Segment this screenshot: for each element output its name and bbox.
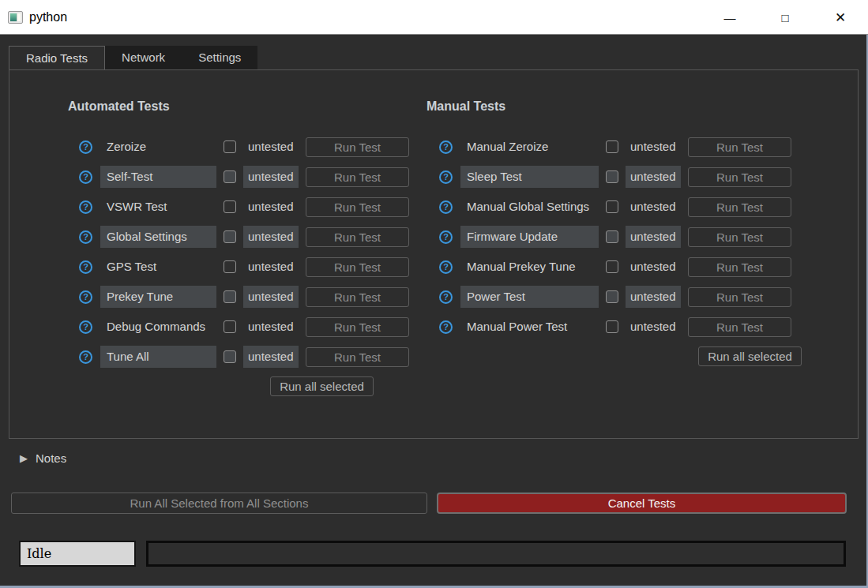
- expander-arrow-icon: ▶: [20, 452, 28, 464]
- test-row: ?Self-TestuntestedRun Test: [79, 162, 409, 192]
- radio-tests-panel: Automated Tests ?ZeroizeuntestedRun Test…: [9, 69, 859, 439]
- test-name-label: Prekey Tune: [100, 286, 216, 308]
- help-icon[interactable]: ?: [79, 320, 92, 334]
- test-name-label: Global Settings: [100, 226, 216, 248]
- help-icon[interactable]: ?: [439, 170, 453, 184]
- run-test-button[interactable]: Run Test: [306, 287, 409, 307]
- run-test-button[interactable]: Run Test: [306, 167, 409, 187]
- test-checkbox[interactable]: [606, 200, 618, 213]
- run-test-button[interactable]: Run Test: [306, 197, 409, 217]
- test-checkbox[interactable]: [224, 170, 236, 183]
- status-label: Idle: [19, 541, 136, 567]
- test-row: ?Global SettingsuntestedRun Test: [79, 222, 409, 252]
- close-button[interactable]: ✕: [813, 0, 868, 35]
- tab-network[interactable]: Network: [105, 46, 182, 69]
- test-checkbox[interactable]: [224, 320, 236, 333]
- test-status-label: untested: [243, 166, 299, 188]
- help-icon[interactable]: ?: [79, 290, 92, 304]
- title-bar: python — □ ✕: [0, 0, 868, 35]
- test-name-label: Sleep Test: [460, 166, 599, 188]
- section-title: Automated Tests: [68, 99, 409, 114]
- test-checkbox[interactable]: [224, 200, 236, 213]
- test-rows: ?ZeroizeuntestedRun Test?Self-Testuntest…: [79, 132, 409, 372]
- maximize-button[interactable]: □: [757, 0, 813, 35]
- app-window: python — □ ✕ Radio Tests Network Setting…: [0, 0, 868, 588]
- test-name-label: Manual Global Settings: [460, 196, 599, 218]
- test-row: ?Manual Global SettingsuntestedRun Test: [439, 192, 791, 222]
- run-test-button[interactable]: Run Test: [688, 287, 791, 307]
- test-name-label: Debug Commands: [100, 316, 216, 338]
- help-icon[interactable]: ?: [79, 200, 92, 214]
- help-icon[interactable]: ?: [439, 260, 453, 274]
- window-title: python: [29, 10, 67, 24]
- test-name-label: GPS Test: [100, 256, 216, 278]
- test-checkbox[interactable]: [224, 140, 236, 153]
- run-test-button[interactable]: Run Test: [306, 257, 409, 277]
- test-status-label: untested: [243, 346, 299, 368]
- help-icon[interactable]: ?: [79, 140, 92, 154]
- test-checkbox[interactable]: [606, 170, 618, 183]
- test-status-label: untested: [626, 286, 681, 308]
- test-status-label: untested: [626, 226, 681, 248]
- test-status-label: untested: [243, 226, 299, 248]
- test-row: ?GPS TestuntestedRun Test: [79, 252, 409, 282]
- tab-radio-tests[interactable]: Radio Tests: [9, 46, 105, 69]
- window-controls: — □ ✕: [702, 0, 868, 35]
- test-status-label: untested: [243, 316, 299, 338]
- run-test-button[interactable]: Run Test: [306, 227, 409, 247]
- run-all-selected-button[interactable]: Run all selected: [270, 376, 374, 396]
- test-checkbox[interactable]: [224, 290, 236, 303]
- manual-tests-section: Manual Tests ?Manual ZeroizeuntestedRun …: [426, 70, 802, 366]
- run-test-button[interactable]: Run Test: [688, 257, 791, 277]
- test-rows: ?Manual ZeroizeuntestedRun Test?Sleep Te…: [439, 132, 791, 342]
- test-status-label: untested: [243, 256, 299, 278]
- test-status-label: untested: [626, 196, 681, 218]
- help-icon[interactable]: ?: [79, 260, 92, 274]
- run-test-button[interactable]: Run Test: [688, 197, 791, 217]
- help-icon[interactable]: ?: [79, 230, 92, 244]
- run-test-button[interactable]: Run Test: [688, 137, 791, 157]
- run-test-button[interactable]: Run Test: [306, 317, 409, 337]
- test-row: ?Power TestuntestedRun Test: [439, 282, 791, 312]
- run-test-button[interactable]: Run Test: [306, 347, 409, 367]
- test-name-label: VSWR Test: [100, 196, 216, 218]
- help-icon[interactable]: ?: [439, 200, 453, 214]
- help-icon[interactable]: ?: [439, 320, 453, 334]
- notes-expander[interactable]: ▶ Notes: [20, 451, 66, 465]
- help-icon[interactable]: ?: [439, 230, 453, 244]
- run-all-selected-button[interactable]: Run all selected: [698, 346, 802, 366]
- test-name-label: Manual Zeroize: [460, 136, 599, 158]
- cancel-tests-button[interactable]: Cancel Tests: [437, 492, 847, 514]
- test-row: ?Manual Power TestuntestedRun Test: [439, 312, 791, 342]
- help-icon[interactable]: ?: [79, 350, 92, 364]
- test-name-label: Zeroize: [100, 136, 216, 158]
- test-row: ?Tune AlluntestedRun Test: [79, 342, 409, 372]
- minimize-button[interactable]: —: [702, 0, 757, 35]
- test-checkbox[interactable]: [224, 230, 236, 243]
- help-icon[interactable]: ?: [439, 290, 453, 304]
- test-row: ?Sleep TestuntestedRun Test: [439, 162, 791, 192]
- test-status-label: untested: [626, 256, 681, 278]
- run-test-button[interactable]: Run Test: [688, 227, 791, 247]
- test-checkbox[interactable]: [224, 350, 236, 363]
- test-name-label: Self-Test: [100, 166, 216, 188]
- run-all-sections-button[interactable]: Run All Selected from All Sections: [11, 492, 427, 514]
- test-status-label: untested: [243, 136, 299, 158]
- test-checkbox[interactable]: [224, 260, 236, 273]
- test-checkbox[interactable]: [606, 290, 618, 303]
- test-checkbox[interactable]: [606, 230, 618, 243]
- test-checkbox[interactable]: [606, 140, 618, 153]
- test-checkbox[interactable]: [606, 320, 618, 333]
- tab-settings[interactable]: Settings: [182, 46, 257, 69]
- tab-bar: Radio Tests Network Settings: [9, 46, 257, 69]
- run-test-button[interactable]: Run Test: [688, 167, 791, 187]
- test-row: ?Manual ZeroizeuntestedRun Test: [439, 132, 791, 162]
- test-row: ?Firmware UpdateuntestedRun Test: [439, 222, 791, 252]
- help-icon[interactable]: ?: [79, 170, 92, 184]
- help-icon[interactable]: ?: [439, 140, 453, 154]
- test-status-label: untested: [626, 316, 681, 338]
- run-test-button[interactable]: Run Test: [688, 317, 791, 337]
- progress-bar: [146, 541, 846, 567]
- test-checkbox[interactable]: [606, 260, 618, 273]
- run-test-button[interactable]: Run Test: [306, 137, 409, 157]
